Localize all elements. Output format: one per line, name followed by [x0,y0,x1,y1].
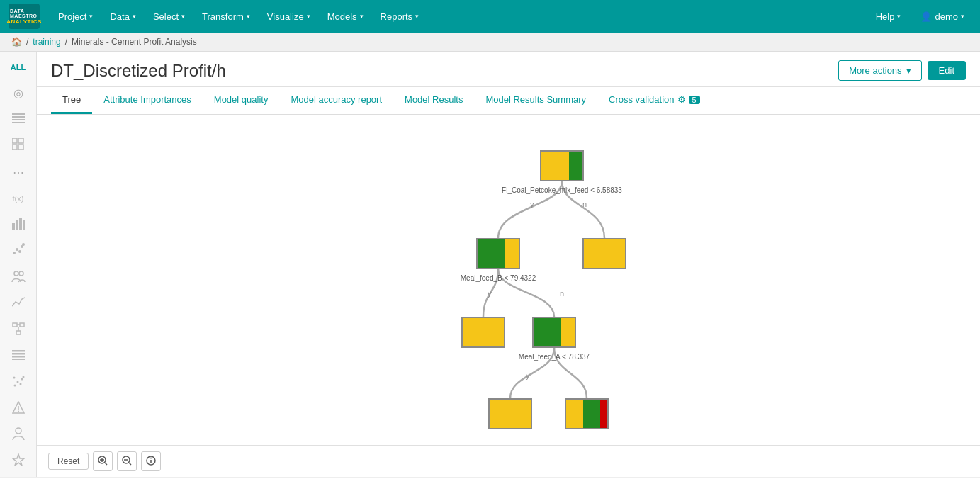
svg-point-14 [18,250,21,253]
bar-chart-icon [12,217,25,232]
page-title: DT_Discretized Profit/h [51,61,838,81]
svg-point-16 [22,243,25,246]
navbar-right: Help ▾ 👤 demo ▾ [869,7,971,26]
chevron-down-icon: ▾ [133,13,136,20]
tab-tree[interactable]: Tree [51,87,92,114]
logo-box: DATA MAESTRO ANALYTICS [9,4,40,29]
nav-models[interactable]: Models ▾ [320,7,371,26]
tree-node-n1[interactable]: Meal_feed_B < 79.4322 [476,238,520,269]
svg-rect-27 [12,359,25,360]
sidebar-item-line[interactable] [3,291,34,316]
tab-model-quality[interactable]: Model quality [203,87,280,114]
reset-button[interactable]: Reset [48,453,89,470]
sidebar-item-alert[interactable] [3,397,34,422]
network-icon [12,322,25,338]
tab-cross-validation[interactable]: Cross validation ⚙ 5 [597,87,711,114]
svg-point-29 [16,381,18,383]
tree-node-n4[interactable]: Meal_feed_A < 78.337 [532,317,576,348]
svg-rect-1 [12,116,25,118]
svg-point-53 [150,457,152,458]
sidebar-item-network[interactable] [3,317,34,342]
chevron-down-icon: ▾ [961,13,964,20]
logo-top-text: DATA MAESTRO [10,9,38,18]
sidebar-item-scatter2[interactable] [3,371,34,395]
svg-rect-24 [12,350,25,352]
edit-button[interactable]: Edit [928,61,966,80]
sidebar-item-person[interactable] [3,423,34,448]
tree-node-root[interactable]: Fl_Coal_Petcoke_mix_feed < 6.58833 [540,150,584,181]
home-icon[interactable]: 🏠 [11,37,22,47]
svg-text:n: n [560,289,564,298]
nav-reports[interactable]: Reports ▾ [373,7,427,26]
info-button[interactable] [141,451,161,471]
svg-point-36 [18,411,19,412]
node-n4-label: Meal_feed_A < 78.337 [519,353,590,361]
sidebar-item-people[interactable] [3,265,34,290]
info-icon [146,456,156,468]
sidebar-item-list[interactable] [3,107,34,132]
tree-node-n6[interactable] [565,398,609,429]
zoom-in-button[interactable] [93,451,113,471]
svg-point-33 [22,376,24,378]
sidebar-item-star[interactable] [3,449,34,474]
svg-rect-6 [12,145,17,150]
sidebar-item-view[interactable]: ◎ [3,81,34,106]
sidebar-item-scatter[interactable] [3,239,34,264]
breadcrumb-training[interactable]: training [33,37,60,47]
svg-rect-21 [16,331,21,334]
nav-data[interactable]: Data ▾ [103,7,142,26]
navbar: DATA MAESTRO ANALYTICS Project ▾ Data ▾ … [0,0,980,33]
function-icon: f(x) [13,194,24,203]
main-layout: ALL ◎ ⋯ f(x) [0,52,980,477]
nav-help[interactable]: Help ▾ [869,7,908,26]
sidebar-item-function[interactable]: f(x) [3,186,34,211]
user-icon: 👤 [920,11,932,22]
view-icon: ◎ [13,86,23,100]
list2-icon [12,350,25,363]
sidebar-item-list2[interactable] [3,344,34,368]
tabs-bar: Tree Attribute Importances Model quality… [37,87,980,115]
svg-text:y: y [526,371,530,380]
svg-text:y: y [488,289,492,298]
content-area: DT_Discretized Profit/h More actions ▾ E… [37,52,980,477]
zoom-out-button[interactable] [117,451,137,471]
tree-canvas: y n y n y Fl_Coal_Petcoke_mix_feed < 6.5… [37,115,980,445]
tree-toolbar: Reset [37,445,980,477]
tab-model-results-summary[interactable]: Model Results Summary [474,87,597,114]
nav-project[interactable]: Project ▾ [51,7,100,26]
zoom-in-icon [98,456,108,468]
sidebar-item-all[interactable]: ALL [3,55,34,79]
nav-select[interactable]: Select ▾ [146,7,192,26]
nav-transform[interactable]: Transform ▾ [195,7,257,26]
sidebar-item-bar-chart[interactable] [3,213,34,237]
person-icon [12,427,25,443]
chevron-down-icon: ▾ [906,65,911,76]
tab-model-results[interactable]: Model Results [393,87,474,114]
chevron-down-icon: ▾ [247,13,250,20]
svg-rect-2 [12,119,25,120]
tree-node-n5[interactable] [488,398,532,429]
sidebar-item-dots[interactable]: ⋯ [3,160,34,185]
nav-visualize[interactable]: Visualize ▾ [260,7,317,26]
tree-node-n3[interactable] [461,317,505,348]
tree-node-n2[interactable] [582,238,626,269]
chevron-down-icon: ▾ [897,13,901,20]
breadcrumb-project: Minerals - Cement Profit Analysis [72,37,197,47]
tab-attribute-importances[interactable]: Attribute Importances [92,87,203,114]
more-actions-button[interactable]: More actions ▾ [838,60,921,81]
tab-model-accuracy-report[interactable]: Model accuracy report [279,87,393,114]
star-icon [12,453,25,469]
svg-point-32 [13,377,15,379]
zoom-out-icon [122,456,132,468]
svg-point-28 [13,385,16,387]
scatter-icon [12,243,25,259]
nav-user[interactable]: 👤 demo ▾ [913,7,971,26]
line-chart-icon [12,296,25,312]
svg-rect-3 [12,122,25,123]
alert-icon [12,401,25,417]
svg-point-31 [21,378,23,381]
svg-rect-25 [12,353,25,355]
node-n1-label: Meal_feed_B < 79.4322 [461,274,536,282]
svg-rect-10 [19,218,22,230]
sidebar-item-grid[interactable] [3,133,34,158]
